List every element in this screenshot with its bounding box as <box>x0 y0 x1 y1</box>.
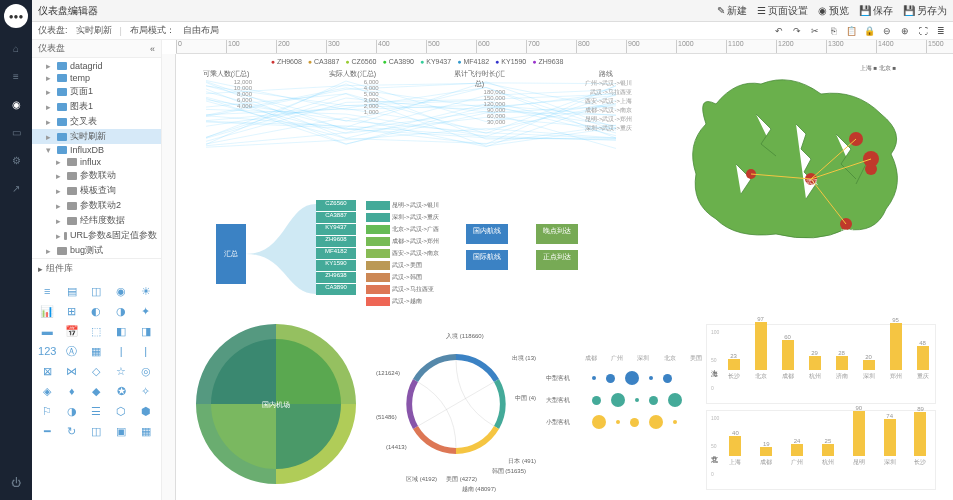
layout-mode: 自由布局 <box>183 24 219 37</box>
tree-item[interactable]: ▸经纬度数据 <box>32 213 161 228</box>
left-rail: ●●● ⌂ ≡ ◉ ▭ ⚙ ↗ ⏻ <box>0 0 32 500</box>
component-cell[interactable]: ☰ <box>85 402 108 420</box>
bar-charts[interactable]: 上海10050023长沙97北京60成都29杭州28济南20深圳95郑州48重庆… <box>706 324 936 494</box>
infobar: 仪表盘: 实时刷新 | 布局模式： 自由布局 ↶ ↷ ✂ ⎘ 📋 🔒 ⊖ ⊕ ⛶… <box>32 22 953 40</box>
zoomin-icon[interactable]: ⊕ <box>899 25 911 37</box>
dashboard-icon[interactable]: ◉ <box>8 96 24 112</box>
sankey-chart[interactable]: 汇总 CZ6560CA3887KY9437ZH9608MF4182KY1590Z… <box>196 194 616 304</box>
tree-item[interactable]: ▸模板查询 <box>32 183 161 198</box>
component-cell[interactable]: ⊞ <box>61 302 84 320</box>
sidebar: 仪表盘« ▸datagrid▸temp▸页面1▸图表1▸交叉表▸实时刷新▾Inf… <box>32 40 162 500</box>
svg-point-3 <box>865 163 877 175</box>
collapse-icon[interactable]: « <box>150 44 155 54</box>
component-cell[interactable]: ◫ <box>85 422 108 440</box>
fit-icon[interactable]: ⛶ <box>917 25 929 37</box>
tree-item[interactable]: ▸temp <box>32 72 161 84</box>
zoomout-icon[interactable]: ⊖ <box>881 25 893 37</box>
tree-item[interactable]: ▾InfluxDB <box>32 144 161 156</box>
component-cell[interactable]: ☀ <box>134 282 157 300</box>
tree-item[interactable]: ▸交叉表 <box>32 114 161 129</box>
component-cell[interactable]: ▬ <box>36 322 59 340</box>
data-icon[interactable]: ≡ <box>8 68 24 84</box>
component-cell[interactable]: | <box>110 342 133 360</box>
component-cell[interactable]: ⊠ <box>36 362 59 380</box>
tree-item[interactable]: ▸图表1 <box>32 99 161 114</box>
component-cell[interactable]: ◈ <box>36 382 59 400</box>
svg-text:武汉: 武汉 <box>806 179 818 185</box>
component-cell[interactable]: ◐ <box>85 302 108 320</box>
cut-icon[interactable]: ✂ <box>809 25 821 37</box>
bar-panel[interactable]: 上海10050023长沙97北京60成都29杭州28济南20深圳95郑州48重庆 <box>706 324 936 404</box>
component-cell[interactable]: Ⓐ <box>61 342 84 360</box>
component-cell[interactable]: 📅 <box>61 322 84 340</box>
component-cell[interactable]: ◑ <box>61 402 84 420</box>
tree-item[interactable]: ▸实时刷新 <box>32 129 161 144</box>
component-cell[interactable]: | <box>134 342 157 360</box>
complib-header[interactable]: ▸ 组件库 <box>32 259 161 278</box>
monitor-icon[interactable]: ▭ <box>8 124 24 140</box>
component-cell[interactable]: ◇ <box>85 362 108 380</box>
component-cell[interactable]: 123 <box>36 342 59 360</box>
component-cell[interactable]: ◧ <box>110 322 133 340</box>
component-cell[interactable]: ⬡ <box>110 402 133 420</box>
power-icon[interactable]: ⏻ <box>8 474 24 490</box>
bubble-chart[interactable]: 成都广州深圳北京美国中型客机大型客机小型客机 <box>546 354 706 434</box>
tree-item[interactable]: ▸参数联动 <box>32 168 161 183</box>
component-cell[interactable]: ≡ <box>36 282 59 300</box>
paste-icon[interactable]: 📋 <box>845 25 857 37</box>
bar-panel[interactable]: 北京10050040上海19成都24广州25杭州90昆明74深圳89长沙 <box>706 410 936 490</box>
component-cell[interactable]: ▦ <box>85 342 108 360</box>
export-icon[interactable]: ↗ <box>8 180 24 196</box>
redo-icon[interactable]: ↷ <box>791 25 803 37</box>
undo-icon[interactable]: ↶ <box>773 25 785 37</box>
copy-icon[interactable]: ⎘ <box>827 25 839 37</box>
file-tree: ▸datagrid▸temp▸页面1▸图表1▸交叉表▸实时刷新▾InfluxDB… <box>32 58 161 258</box>
new-button[interactable]: ✎ 新建 <box>717 4 747 18</box>
component-cell[interactable]: ◆ <box>85 382 108 400</box>
tree-item[interactable]: ▸参数联动2 <box>32 198 161 213</box>
component-cell[interactable]: ◑ <box>110 302 133 320</box>
tree-item[interactable]: ▸页面1 <box>32 84 161 99</box>
component-cell[interactable]: ━ <box>36 422 59 440</box>
layer-icon[interactable]: ≣ <box>935 25 947 37</box>
parallel-chart[interactable]: ●ZH9608●CA3887●CZ6560●CA3890●KY9437●MF41… <box>196 58 636 188</box>
component-cell[interactable]: ♦ <box>61 382 84 400</box>
component-cell[interactable]: ◉ <box>110 282 133 300</box>
component-cell[interactable]: ◨ <box>134 322 157 340</box>
component-cell[interactable]: ↻ <box>61 422 84 440</box>
logo: ●●● <box>4 4 28 28</box>
china-map[interactable]: 上海 ■ 北京 ■ 武汉 深圳 <box>656 64 936 264</box>
component-cell[interactable]: ⋈ <box>61 362 84 380</box>
share-icon[interactable]: ⚙ <box>8 152 24 168</box>
component-cell[interactable]: ▣ <box>110 422 133 440</box>
tree-item[interactable]: ▸bug测试 <box>32 243 161 258</box>
component-cell[interactable]: ⬢ <box>134 402 157 420</box>
component-grid: ≡▤◫◉☀📊⊞◐◑✦▬📅⬚◧◨123Ⓐ▦||⊠⋈◇☆◎◈♦◆✪✧⚐◑☰⬡⬢━↻◫… <box>32 278 161 444</box>
component-cell[interactable]: 📊 <box>36 302 59 320</box>
component-cell[interactable]: ✧ <box>134 382 157 400</box>
svg-text:国内机场: 国内机场 <box>262 401 290 408</box>
component-cell[interactable]: ◎ <box>134 362 157 380</box>
tree-item[interactable]: ▸datagrid <box>32 60 161 72</box>
component-cell[interactable]: ▤ <box>61 282 84 300</box>
save-button[interactable]: 💾 保存 <box>859 4 893 18</box>
component-cell[interactable]: ⚐ <box>36 402 59 420</box>
tree-item[interactable]: ▸URL参数&固定值参数 <box>32 228 161 243</box>
tree-item[interactable]: ▸influx <box>32 156 161 168</box>
ruler-vertical <box>162 54 176 500</box>
lock-icon[interactable]: 🔒 <box>863 25 875 37</box>
sunburst-chart[interactable]: 国内机场 <box>186 314 366 494</box>
component-cell[interactable]: ☆ <box>110 362 133 380</box>
component-cell[interactable]: ✦ <box>134 302 157 320</box>
page-settings-button[interactable]: ☰ 页面设置 <box>757 4 808 18</box>
chord-chart[interactable]: 入境 (118660) 出境 (13) (121624) (51486) (14… <box>376 314 536 494</box>
component-cell[interactable]: ◫ <box>85 282 108 300</box>
saveas-button[interactable]: 💾 另存为 <box>903 4 947 18</box>
component-cell[interactable]: ▦ <box>134 422 157 440</box>
component-cell[interactable]: ⬚ <box>85 322 108 340</box>
canvas[interactable]: 0100200300400500600700800900100011001200… <box>162 40 953 500</box>
preview-button[interactable]: ◉ 预览 <box>818 4 849 18</box>
sankey-source: 汇总 <box>216 224 246 284</box>
component-cell[interactable]: ✪ <box>110 382 133 400</box>
home-icon[interactable]: ⌂ <box>8 40 24 56</box>
